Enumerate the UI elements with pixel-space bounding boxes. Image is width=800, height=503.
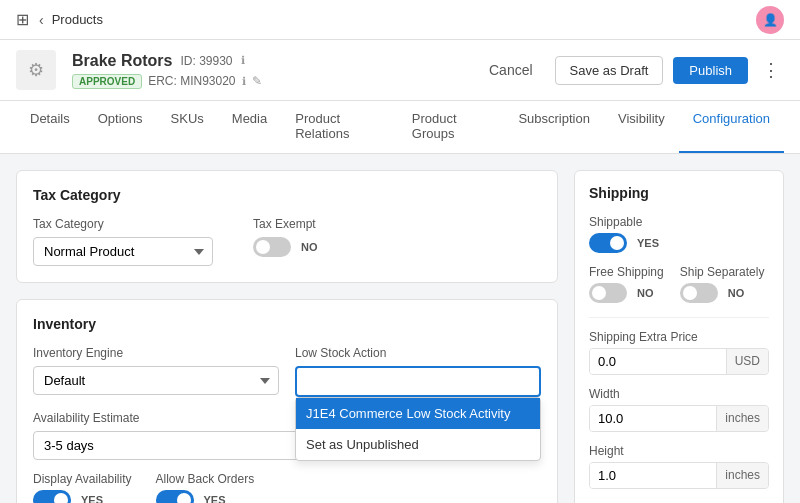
- shippable-toggle-row: YES: [589, 233, 769, 253]
- width-input[interactable]: [590, 406, 716, 431]
- display-availability-group: Display Availability YES: [33, 472, 132, 503]
- tax-exempt-group: Tax Exempt NO: [253, 217, 318, 257]
- height-unit: inches: [716, 463, 768, 488]
- more-options-icon[interactable]: ⋮: [758, 55, 784, 85]
- inventory-card: Inventory Inventory Engine Default Low S…: [16, 299, 558, 503]
- engine-group: Inventory Engine Default: [33, 346, 279, 397]
- avatar: 👤: [756, 6, 784, 34]
- low-stock-option-unpublished[interactable]: Set as Unpublished: [296, 429, 540, 460]
- inventory-toggles: Display Availability YES Allow Back Orde…: [33, 472, 541, 503]
- ship-separately-toggle-row: NO: [680, 283, 765, 303]
- tax-category-card: Tax Category Tax Category Normal Product…: [16, 170, 558, 283]
- tax-exempt-label: Tax Exempt: [253, 217, 318, 231]
- tab-configuration[interactable]: Configuration: [679, 101, 784, 153]
- cancel-button[interactable]: Cancel: [477, 56, 545, 84]
- width-label: Width: [589, 387, 769, 401]
- erc-value: ERC: MIN93020: [148, 74, 235, 88]
- allow-backorders-toggle-row: YES: [156, 490, 255, 503]
- allow-backorders-label: Allow Back Orders: [156, 472, 255, 486]
- header-actions: Cancel Save as Draft Publish ⋮: [477, 55, 784, 85]
- free-shipping-label: Free Shipping: [589, 265, 664, 279]
- free-shipping-toggle[interactable]: [589, 283, 627, 303]
- low-stock-group: Low Stock Action J1E4 Commerce Low Stock…: [295, 346, 541, 397]
- display-availability-slider: [33, 490, 71, 503]
- display-availability-value: YES: [81, 494, 103, 503]
- tax-form-row: Tax Category Normal Product Tax Exempt N…: [33, 217, 541, 266]
- extra-price-input-row: USD: [589, 348, 769, 375]
- tab-options[interactable]: Options: [84, 101, 157, 153]
- tab-skus[interactable]: SKUs: [157, 101, 218, 153]
- approved-badge: APPROVED: [72, 74, 142, 89]
- tab-product-relations[interactable]: Product Relations: [281, 101, 398, 153]
- free-shipping-field: Free Shipping NO: [589, 265, 664, 303]
- tab-details[interactable]: Details: [16, 101, 84, 153]
- height-label: Height: [589, 444, 769, 458]
- allow-backorders-group: Allow Back Orders YES: [156, 472, 255, 503]
- shippable-label: Shippable: [589, 215, 769, 229]
- tab-visibility[interactable]: Visibility: [604, 101, 679, 153]
- tax-category-select[interactable]: Normal Product: [33, 237, 213, 266]
- grid-icon[interactable]: ⊞: [16, 10, 29, 29]
- product-icon: ⚙: [16, 50, 56, 90]
- engine-select[interactable]: Default: [33, 366, 279, 395]
- tax-card-title: Tax Category: [33, 187, 541, 203]
- height-field: Height inches: [589, 444, 769, 489]
- tab-subscription[interactable]: Subscription: [504, 101, 604, 153]
- display-availability-label: Display Availability: [33, 472, 132, 486]
- tax-category-label: Tax Category: [33, 217, 213, 231]
- left-panel: Tax Category Tax Category Normal Product…: [16, 170, 558, 499]
- ship-separately-field: Ship Separately NO: [680, 265, 765, 303]
- engine-label: Inventory Engine: [33, 346, 279, 360]
- product-id-info-icon[interactable]: ℹ: [241, 54, 245, 67]
- product-erc-row: APPROVED ERC: MIN93020 ℹ ✎: [72, 74, 262, 89]
- inventory-form-top: Inventory Engine Default Low Stock Actio…: [33, 346, 541, 397]
- shipping-toggles-row: Free Shipping NO Ship Separately: [589, 265, 769, 303]
- shippable-field: Shippable YES: [589, 215, 769, 253]
- height-input-row: inches: [589, 462, 769, 489]
- erc-info-icon[interactable]: ℹ: [242, 75, 246, 88]
- publish-button[interactable]: Publish: [673, 57, 748, 84]
- divider-1: [589, 317, 769, 318]
- product-header: ⚙ Brake Rotors ID: 39930 ℹ APPROVED ERC:…: [0, 40, 800, 101]
- shipping-card: Shipping Shippable YES Free Shipping: [574, 170, 784, 503]
- low-stock-option-j1e4[interactable]: J1E4 Commerce Low Stock Activity: [296, 398, 540, 429]
- tab-media[interactable]: Media: [218, 101, 281, 153]
- display-availability-toggle[interactable]: [33, 490, 71, 503]
- allow-backorders-toggle[interactable]: [156, 490, 194, 503]
- extra-price-label: Shipping Extra Price: [589, 330, 769, 344]
- extra-price-input[interactable]: [590, 349, 726, 374]
- main-content: Tax Category Tax Category Normal Product…: [0, 154, 800, 503]
- low-stock-label: Low Stock Action: [295, 346, 541, 360]
- free-shipping-toggle-row: NO: [589, 283, 664, 303]
- ship-separately-label: Ship Separately: [680, 265, 765, 279]
- erc-edit-icon[interactable]: ✎: [252, 74, 262, 88]
- height-input[interactable]: [590, 463, 716, 488]
- product-name: Brake Rotors: [72, 52, 172, 70]
- low-stock-dropdown: J1E4 Commerce Low Stock Activity Set as …: [295, 366, 541, 397]
- tax-category-group: Tax Category Normal Product: [33, 217, 213, 266]
- back-icon[interactable]: ‹: [39, 12, 44, 28]
- top-bar-right: 👤: [756, 6, 784, 34]
- tax-exempt-toggle[interactable]: [253, 237, 291, 257]
- top-bar: ⊞ ‹ Products 👤: [0, 0, 800, 40]
- tax-exempt-slider: [253, 237, 291, 257]
- product-info: Brake Rotors ID: 39930 ℹ APPROVED ERC: M…: [72, 52, 262, 89]
- allow-backorders-value: YES: [204, 494, 226, 503]
- tax-exempt-toggle-row: NO: [253, 237, 318, 257]
- shippable-toggle[interactable]: [589, 233, 627, 253]
- inventory-card-title: Inventory: [33, 316, 541, 332]
- product-id: ID: 39930: [180, 54, 232, 68]
- free-shipping-value: NO: [637, 287, 654, 299]
- low-stock-input[interactable]: [295, 366, 541, 397]
- low-stock-dropdown-list: J1E4 Commerce Low Stock Activity Set as …: [295, 397, 541, 461]
- extra-price-unit: USD: [726, 349, 768, 374]
- tab-product-groups[interactable]: Product Groups: [398, 101, 505, 153]
- shipping-title: Shipping: [589, 185, 769, 201]
- allow-backorders-slider: [156, 490, 194, 503]
- free-shipping-slider: [589, 283, 627, 303]
- save-draft-button[interactable]: Save as Draft: [555, 56, 664, 85]
- tax-exempt-value: NO: [301, 241, 318, 253]
- tabs-bar: Details Options SKUs Media Product Relat…: [0, 101, 800, 154]
- ship-separately-toggle[interactable]: [680, 283, 718, 303]
- ship-separately-slider: [680, 283, 718, 303]
